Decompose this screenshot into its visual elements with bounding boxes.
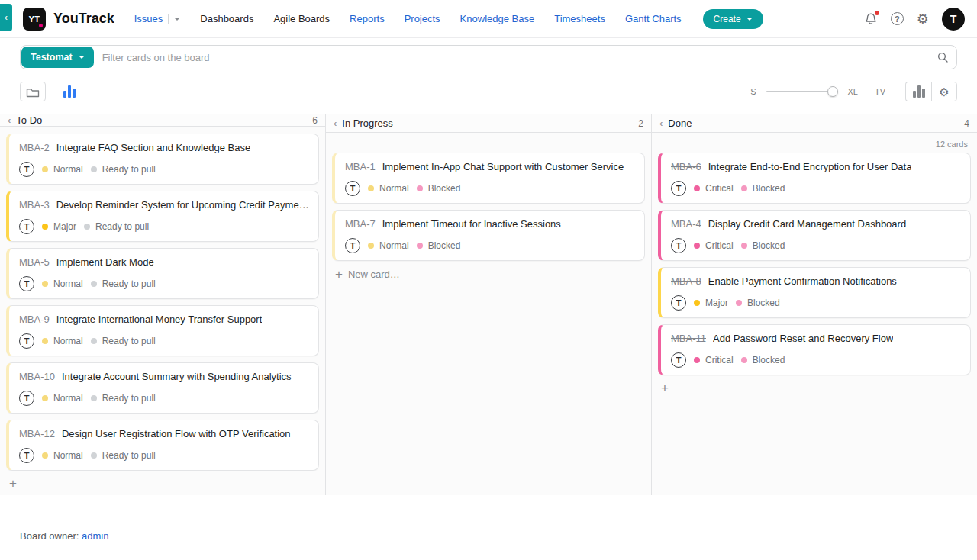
user-avatar[interactable]: T — [942, 8, 965, 31]
priority-label: Normal — [379, 240, 409, 251]
issue-id[interactable]: MBA-11 — [671, 333, 706, 344]
issue-card[interactable]: MBA-1 Implement In-App Chat Support with… — [332, 153, 645, 204]
issue-title[interactable]: Implement Dark Mode — [56, 256, 154, 268]
notifications-bell-icon[interactable] — [864, 12, 878, 26]
issue-title[interactable]: Develop Reminder System for Upcoming Cre… — [56, 199, 309, 211]
search-icon[interactable] — [929, 51, 956, 63]
issue-title[interactable]: Integrate Account Summary with Spending … — [62, 371, 292, 382]
assignee-avatar[interactable]: T — [19, 448, 34, 463]
sidebar-toggle[interactable]: ‹ — [0, 4, 12, 31]
state-label: Ready to pull — [102, 336, 156, 346]
folder-icon[interactable] — [20, 82, 46, 101]
column-header[interactable]: ‹ Done 4 — [652, 114, 977, 133]
logo-text: YT — [28, 14, 40, 24]
issue-card[interactable]: MBA-6 Integrate End-to-End Encryption fo… — [658, 153, 971, 204]
assignee-avatar[interactable]: T — [19, 276, 34, 291]
slider-handle[interactable] — [827, 86, 838, 97]
issue-id[interactable]: MBA-3 — [19, 199, 50, 211]
issue-id[interactable]: MBA-10 — [19, 371, 55, 382]
create-button[interactable]: Create — [703, 9, 763, 29]
priority-dot — [42, 166, 48, 172]
slider-track[interactable] — [766, 91, 837, 92]
nav-item[interactable]: Timesheets — [554, 13, 605, 24]
chart-columns-icon[interactable] — [56, 82, 82, 101]
issue-card[interactable]: MBA-12 Design User Registration Flow wit… — [6, 420, 319, 471]
collapse-column-icon[interactable]: ‹ — [334, 118, 337, 128]
issue-title[interactable]: Integrate International Money Transfer S… — [56, 314, 263, 325]
filter-cards-input[interactable] — [95, 52, 929, 63]
nav-item[interactable]: Reports — [350, 13, 385, 24]
assignee-avatar[interactable]: T — [19, 391, 34, 406]
issue-card[interactable]: MBA-3 Develop Reminder System for Upcomi… — [6, 191, 319, 242]
priority-dot — [694, 300, 700, 306]
issue-card[interactable]: MBA-4 Display Credit Card Management Das… — [658, 210, 971, 261]
issue-title[interactable]: Design User Registration Flow with OTP V… — [62, 428, 291, 439]
board-settings-gear-icon[interactable]: ⚙ — [931, 82, 957, 101]
chart-icon[interactable] — [905, 82, 931, 101]
chevron-down-icon[interactable] — [174, 18, 180, 21]
issue-id[interactable]: MBA-8 — [671, 275, 701, 287]
state-dot — [91, 281, 97, 287]
board-column: ‹ Done 4 12 cards MBA-6 Integrate End-to… — [652, 114, 977, 495]
add-card-button[interactable]: + — [0, 471, 325, 497]
nav-item[interactable]: Projects — [405, 13, 440, 24]
brand-name: YouTrack — [53, 11, 114, 27]
collapse-column-icon[interactable]: ‹ — [8, 115, 11, 125]
assignee-avatar[interactable]: T — [345, 181, 360, 196]
tv-mode-button[interactable]: TV — [875, 87, 885, 96]
issue-card[interactable]: MBA-5 Implement Dark Mode T Normal Ready… — [6, 248, 319, 299]
youtrack-logo[interactable]: YT — [23, 8, 46, 31]
settings-gear-icon[interactable]: ⚙ — [917, 12, 929, 26]
issue-card[interactable]: MBA-10 Integrate Account Summary with Sp… — [6, 362, 319, 414]
card-size-slider[interactable] — [766, 86, 837, 97]
issue-id[interactable]: MBA-2 — [19, 142, 50, 153]
issue-title[interactable]: Display Credit Card Management Dashboard — [708, 218, 906, 230]
card-size-max-label: XL — [847, 87, 857, 96]
plus-icon: + — [335, 269, 343, 280]
assignee-avatar[interactable]: T — [671, 181, 686, 196]
nav-item[interactable]: Issues — [134, 13, 181, 24]
issue-title[interactable]: Integrate FAQ Section and Knowledge Base — [56, 142, 250, 153]
issue-title[interactable]: Enable Payment Confirmation Notification… — [708, 275, 897, 287]
assignee-avatar[interactable]: T — [671, 352, 686, 368]
issue-card[interactable]: MBA-2 Integrate FAQ Section and Knowledg… — [6, 134, 319, 185]
collapse-column-icon[interactable]: ‹ — [659, 118, 663, 128]
issue-card[interactable]: MBA-8 Enable Payment Confirmation Notifi… — [658, 267, 971, 318]
add-card-button[interactable]: + — [652, 375, 977, 401]
assignee-avatar[interactable]: T — [671, 295, 686, 311]
add-card-button[interactable]: + New card… — [326, 261, 651, 288]
priority-label: Normal — [53, 336, 83, 346]
assignee-avatar[interactable]: T — [345, 238, 360, 253]
issue-card[interactable]: MBA-9 Integrate International Money Tran… — [6, 305, 319, 356]
nav-item[interactable]: Knowledge Base — [460, 13, 535, 24]
column-header[interactable]: ‹ To Do 6 — [0, 114, 325, 127]
issue-id[interactable]: MBA-6 — [671, 161, 701, 172]
issue-card[interactable]: MBA-7 Implement Timeout for Inactive Ses… — [332, 210, 645, 261]
issue-title[interactable]: Implement In-App Chat Support with Custo… — [382, 161, 624, 172]
priority-dot — [42, 281, 48, 287]
issue-title[interactable]: Integrate End-to-End Encryption for User… — [708, 161, 912, 172]
issue-id[interactable]: MBA-7 — [345, 218, 376, 230]
board-column: ‹ In Progress 2 MBA-1 Implement In-App C… — [326, 114, 652, 495]
issue-id[interactable]: MBA-12 — [19, 428, 55, 439]
issue-id[interactable]: MBA-5 — [19, 256, 50, 268]
nav-item[interactable]: Dashboards — [200, 13, 253, 24]
column-header[interactable]: ‹ In Progress 2 — [326, 114, 651, 133]
column-title: To Do — [16, 114, 42, 126]
assignee-avatar[interactable]: T — [671, 238, 686, 253]
nav-item[interactable]: Agile Boards — [273, 13, 330, 24]
board-selector-button[interactable]: Testomat — [21, 47, 94, 68]
assignee-avatar[interactable]: T — [19, 219, 34, 234]
board-owner-link[interactable]: admin — [82, 530, 108, 542]
nav-item[interactable]: Gantt Charts — [625, 13, 682, 24]
assignee-avatar[interactable]: T — [19, 162, 34, 177]
help-icon[interactable]: ? — [891, 12, 904, 25]
assignee-avatar[interactable]: T — [19, 333, 34, 349]
issue-title[interactable]: Add Password Reset and Recovery Flow — [713, 333, 893, 344]
issue-id[interactable]: MBA-4 — [671, 218, 701, 230]
main-nav: Issues Dashboards Agile Boards Reports P… — [134, 13, 682, 24]
issue-id[interactable]: MBA-1 — [345, 161, 376, 172]
issue-title[interactable]: Implement Timeout for Inactive Sessions — [382, 218, 561, 230]
issue-id[interactable]: MBA-9 — [19, 314, 50, 325]
issue-card[interactable]: MBA-11 Add Password Reset and Recovery F… — [658, 324, 971, 375]
